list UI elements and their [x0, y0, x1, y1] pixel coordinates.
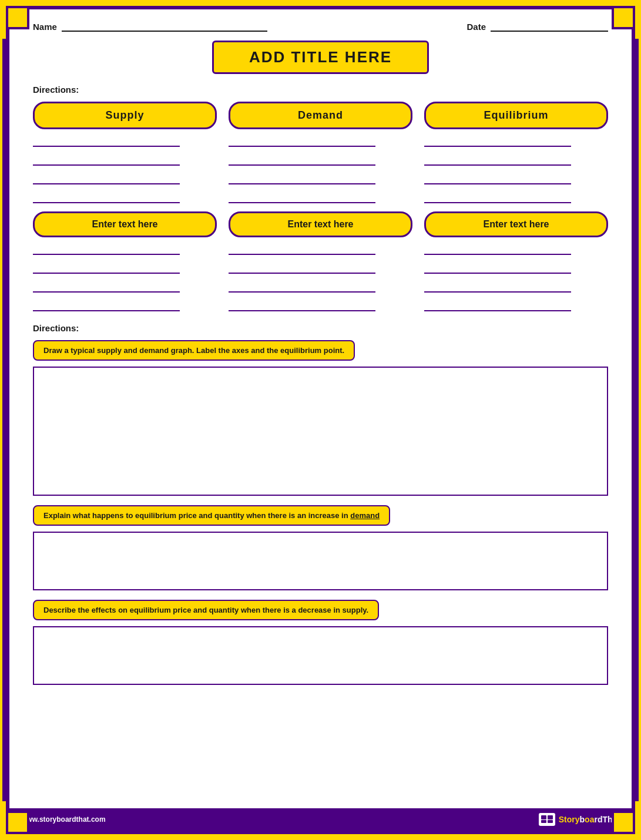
corner-top-right [612, 6, 635, 29]
equilibrium-line-3[interactable] [424, 175, 571, 184]
demand-lines-top [229, 137, 412, 203]
page-wrapper: Name Date ADD TITLE HERE Directions: Sup… [0, 0, 641, 840]
equilibrium-line-1[interactable] [424, 137, 571, 147]
corner-top-left [6, 6, 29, 29]
footer-logo: StoryboardThat [539, 813, 620, 826]
three-columns: Supply Enter text here [33, 102, 608, 311]
name-field: Name [33, 21, 267, 32]
supply-line-2[interactable] [33, 156, 180, 166]
name-label: Name [33, 22, 57, 32]
supply-line-7[interactable] [33, 283, 180, 293]
demand-line-6[interactable] [229, 264, 375, 274]
side-accent-right [632, 39, 639, 801]
side-accent-left [2, 39, 9, 801]
equilibrium-line-7[interactable] [424, 283, 571, 293]
demand-header: Demand [229, 102, 412, 129]
supply-lines-bottom [33, 246, 217, 311]
demand-line-3[interactable] [229, 175, 375, 184]
directions-section-2: Directions: Draw a typical supply and de… [33, 323, 608, 694]
supply-line-8[interactable] [33, 302, 180, 311]
equilibrium-line-5[interactable] [424, 246, 571, 255]
supply-header: Supply [33, 102, 217, 129]
footer-url: www.storyboardthat.com [21, 815, 106, 824]
directions-label-1: Directions: [33, 85, 608, 95]
equilibrium-line-2[interactable] [424, 156, 571, 166]
demand-line-8[interactable] [229, 302, 375, 311]
instruction-2: Explain what happens to equilibrium pric… [33, 505, 390, 526]
equilibrium-enter-btn[interactable]: Enter text here [424, 211, 608, 237]
answer-box-2[interactable] [33, 626, 608, 685]
answer-box-1[interactable] [33, 532, 608, 590]
date-underline[interactable] [491, 21, 608, 32]
demand-enter-btn[interactable]: Enter text here [229, 211, 412, 237]
supply-line-6[interactable] [33, 264, 180, 274]
equilibrium-header: Equilibrium [424, 102, 608, 129]
instruction-2-text: Explain what happens to equilibrium pric… [43, 511, 380, 520]
demand-line-4[interactable] [229, 194, 375, 203]
draw-box[interactable] [33, 367, 608, 496]
instruction-3: Describe the effects on equilibrium pric… [33, 600, 379, 620]
equilibrium-line-8[interactable] [424, 302, 571, 311]
svg-rect-1 [548, 815, 553, 819]
date-label: Date [467, 22, 486, 32]
border-inner: Name Date ADD TITLE HERE Directions: Sup… [6, 6, 635, 834]
demand-line-1[interactable] [229, 137, 375, 147]
supply-line-3[interactable] [33, 175, 180, 184]
supply-line-5[interactable] [33, 246, 180, 255]
column-demand: Demand Enter text here [229, 102, 412, 311]
equilibrium-lines-bottom [424, 246, 608, 311]
svg-rect-0 [541, 815, 546, 819]
supply-line-1[interactable] [33, 137, 180, 147]
title-box: ADD TITLE HERE [33, 41, 608, 74]
equilibrium-line-4[interactable] [424, 194, 571, 203]
title-banner[interactable]: ADD TITLE HERE [212, 41, 429, 74]
storyboard-icon [539, 813, 555, 826]
supply-line-4[interactable] [33, 194, 180, 203]
content-area: Name Date ADD TITLE HERE Directions: Sup… [9, 9, 632, 808]
demand-line-7[interactable] [229, 283, 375, 293]
equilibrium-lines-top [424, 137, 608, 203]
corner-bottom-left [6, 811, 29, 834]
date-field: Date [467, 21, 608, 32]
svg-rect-2 [541, 820, 546, 823]
supply-enter-btn[interactable]: Enter text here [33, 211, 217, 237]
equilibrium-line-6[interactable] [424, 264, 571, 274]
instruction-1: Draw a typical supply and demand graph. … [33, 340, 355, 361]
footer: www.storyboardthat.com StoryboardThat [9, 808, 632, 831]
corner-bottom-right [612, 811, 635, 834]
header-row: Name Date [33, 21, 608, 32]
svg-rect-3 [548, 820, 553, 823]
column-supply: Supply Enter text here [33, 102, 217, 311]
demand-lines-bottom [229, 246, 412, 311]
directions-label-2: Directions: [33, 323, 608, 333]
demand-line-2[interactable] [229, 156, 375, 166]
footer-logo-text: StoryboardThat [559, 815, 620, 824]
column-equilibrium: Equilibrium Enter text here [424, 102, 608, 311]
name-underline[interactable] [62, 21, 267, 32]
supply-lines-top [33, 137, 217, 203]
demand-line-5[interactable] [229, 246, 375, 255]
